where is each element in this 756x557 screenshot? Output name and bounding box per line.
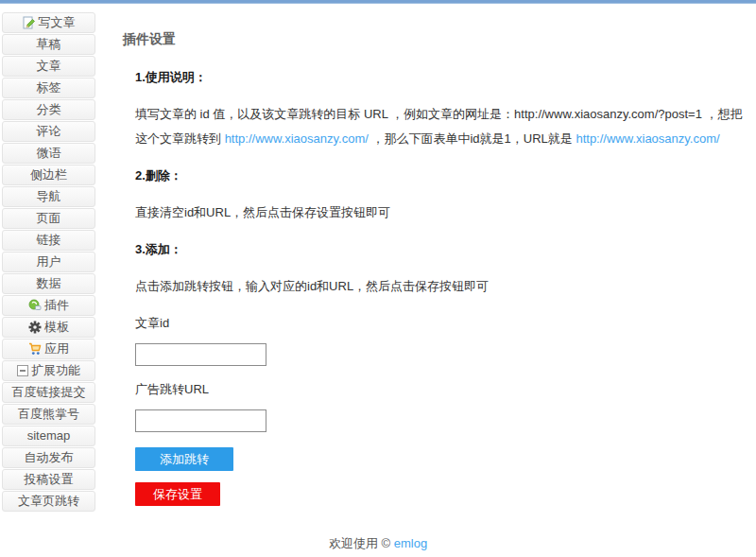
delete-paragraph: 直接清空id和URL，然后点击保存设置按钮即可: [135, 200, 748, 225]
sidebar-item-label: 用户: [37, 252, 61, 271]
sidebar-item-label: 写文章: [39, 13, 76, 32]
sidebar-item-label: 页面: [37, 209, 61, 228]
sidebar-item-label: 插件: [44, 296, 69, 315]
sidebar-item-data[interactable]: 数据: [2, 273, 95, 294]
usage-heading: 1.使用说明：: [135, 69, 748, 86]
sidebar-item-sitemap[interactable]: sitemap: [2, 426, 95, 446]
sidebar-item-app-store[interactable]: 应用: [2, 339, 95, 359]
sidebar: 写文章 草稿 文章 标签 分类 评论 微语 侧边栏 导航 页面 链接 用户 数据…: [2, 12, 95, 513]
sidebar-item-label: 数据: [37, 274, 61, 293]
add-redirect-button[interactable]: 添加跳转: [135, 447, 233, 471]
sidebar-item-links[interactable]: 链接: [2, 230, 95, 251]
app-store-cart-icon: [28, 342, 42, 356]
save-settings-button[interactable]: 保存设置: [135, 482, 220, 506]
sidebar-item-label: 导航: [37, 187, 61, 206]
sidebar-item-baidu-xiongzhang[interactable]: 百度熊掌号: [2, 404, 95, 425]
sidebar-item-comments[interactable]: 评论: [2, 121, 95, 142]
sidebar-item-label: 应用: [44, 339, 69, 358]
add-heading: 3.添加：: [135, 241, 748, 258]
sidebar-item-label: 百度链接提交: [12, 383, 86, 402]
sidebar-item-label: 评论: [37, 122, 61, 141]
sidebar-item-pages[interactable]: 页面: [2, 208, 95, 229]
sidebar-item-label: 扩展功能: [31, 361, 80, 380]
delete-heading: 2.删除：: [135, 167, 748, 184]
redirect-url-input[interactable]: [135, 409, 266, 432]
sidebar-item-microblog[interactable]: 微语: [2, 143, 95, 164]
article-id-input[interactable]: [135, 343, 266, 366]
sidebar-item-label: 标签: [37, 78, 61, 97]
sidebar-item-tags[interactable]: 标签: [2, 78, 95, 98]
sidebar-item-label: 文章: [37, 57, 61, 76]
sidebar-item-label: 模板: [44, 318, 69, 337]
sidebar-item-draft[interactable]: 草稿: [2, 34, 95, 55]
sidebar-item-auto-publish[interactable]: 自动发布: [2, 447, 95, 468]
gear-icon: [28, 321, 42, 334]
sidebar-item-label: 投稿设置: [25, 470, 74, 489]
sidebar-item-label: 侧边栏: [30, 165, 67, 184]
redirect-url-label: 广告跳转URL: [135, 381, 748, 398]
sidebar-item-category[interactable]: 分类: [2, 99, 95, 120]
example-link-2[interactable]: http://www.xiaosanzy.com/: [576, 131, 719, 146]
page-title: 插件设置: [123, 31, 748, 48]
sidebar-item-label: 百度熊掌号: [18, 405, 79, 424]
sidebar-item-label: 链接: [37, 231, 61, 250]
sidebar-item-label: 微语: [37, 144, 61, 163]
sidebar-item-baidu-link-submit[interactable]: 百度链接提交: [2, 382, 95, 403]
footer: 欢迎使用 © emlog: [0, 535, 756, 552]
sidebar-item-plugins[interactable]: 插件: [2, 295, 95, 316]
collapse-minus-icon: [17, 365, 28, 376]
main-content: 插件设置 1.使用说明： 填写文章的 id 值，以及该文章跳转的目标 URL ，…: [123, 4, 748, 506]
sidebar-item-label: 自动发布: [25, 448, 74, 467]
sidebar-item-label: 分类: [37, 100, 61, 119]
sidebar-item-contribute-settings[interactable]: 投稿设置: [2, 469, 95, 490]
usage-paragraph: 填写文章的 id 值，以及该文章跳转的目标 URL ，例如文章的网址是：http…: [135, 102, 748, 151]
article-id-label: 文章id: [135, 315, 748, 332]
write-post-icon: [23, 16, 36, 29]
sidebar-item-label: 草稿: [37, 35, 61, 54]
usage-text-middle: ，那么下面表单中id就是1，URL就是: [369, 131, 576, 146]
sidebar-item-label: 文章页跳转: [18, 492, 79, 511]
example-link-1[interactable]: http://www.xiaosanzy.com/: [225, 131, 369, 146]
sidebar-item-write-post[interactable]: 写文章: [2, 12, 95, 33]
sidebar-item-post-redirect[interactable]: 文章页跳转: [2, 491, 95, 512]
sidebar-item-widgets[interactable]: 侧边栏: [2, 165, 95, 185]
sidebar-item-extensions-toggle[interactable]: 扩展功能: [2, 360, 95, 381]
sidebar-item-users[interactable]: 用户: [2, 252, 95, 272]
plugin-icon: [28, 299, 42, 312]
footer-text: 欢迎使用 ©: [329, 536, 390, 550]
emlog-link[interactable]: emlog: [394, 536, 427, 550]
sidebar-item-navigation[interactable]: 导航: [2, 186, 95, 207]
add-paragraph: 点击添加跳转按钮，输入对应的id和URL，然后点击保存按钮即可: [135, 274, 748, 299]
sidebar-item-label: sitemap: [27, 426, 71, 445]
sidebar-item-templates[interactable]: 模板: [2, 317, 95, 338]
sidebar-item-article[interactable]: 文章: [2, 56, 95, 77]
